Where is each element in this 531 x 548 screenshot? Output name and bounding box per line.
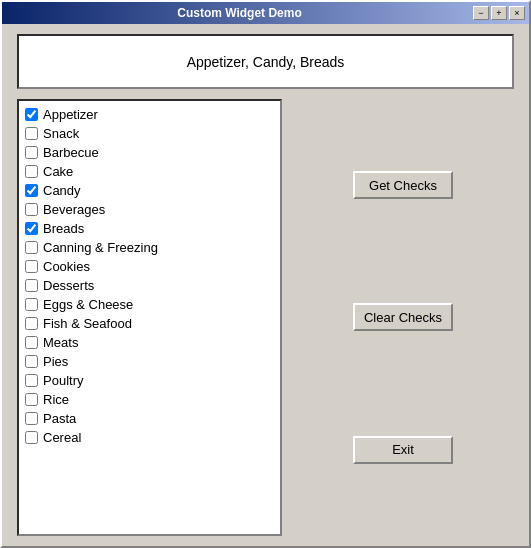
display-box: Appetizer, Candy, Breads [17, 34, 514, 89]
window-content: Appetizer, Candy, Breads AppetizerSnackB… [2, 24, 529, 546]
checkbox-input[interactable] [25, 184, 38, 197]
checkbox-label: Breads [43, 221, 84, 236]
list-item[interactable]: Eggs & Cheese [21, 295, 278, 314]
checkbox-label: Pies [43, 354, 68, 369]
list-item[interactable]: Rice [21, 390, 278, 409]
checkbox-input[interactable] [25, 108, 38, 121]
list-item[interactable]: Beverages [21, 200, 278, 219]
checkbox-label: Appetizer [43, 107, 98, 122]
checkbox-label: Meats [43, 335, 78, 350]
get-checks-button[interactable]: Get Checks [353, 171, 453, 199]
checkbox-input[interactable] [25, 298, 38, 311]
checkbox-input[interactable] [25, 412, 38, 425]
close-button[interactable]: × [509, 6, 525, 20]
checkbox-label: Beverages [43, 202, 105, 217]
checkbox-input[interactable] [25, 222, 38, 235]
checkbox-label: Desserts [43, 278, 94, 293]
list-item[interactable]: Desserts [21, 276, 278, 295]
checkbox-input[interactable] [25, 317, 38, 330]
checkbox-input[interactable] [25, 241, 38, 254]
list-item[interactable]: Canning & Freezing [21, 238, 278, 257]
checkbox-label: Fish & Seafood [43, 316, 132, 331]
minimize-button[interactable]: − [473, 6, 489, 20]
checkbox-label: Cake [43, 164, 73, 179]
main-window: Custom Widget Demo − + × Appetizer, Cand… [0, 0, 531, 548]
maximize-button[interactable]: + [491, 6, 507, 20]
checkbox-label: Canning & Freezing [43, 240, 158, 255]
list-item[interactable]: Fish & Seafood [21, 314, 278, 333]
display-text: Appetizer, Candy, Breads [187, 54, 345, 70]
list-item[interactable]: Appetizer [21, 105, 278, 124]
buttons-panel: Get Checks Clear Checks Exit [292, 99, 514, 536]
title-bar: Custom Widget Demo − + × [2, 2, 529, 24]
title-bar-buttons: − + × [473, 6, 525, 20]
list-item[interactable]: Cookies [21, 257, 278, 276]
checkbox-input[interactable] [25, 355, 38, 368]
checkbox-input[interactable] [25, 146, 38, 159]
list-item[interactable]: Meats [21, 333, 278, 352]
checkbox-input[interactable] [25, 203, 38, 216]
checkbox-label: Pasta [43, 411, 76, 426]
checkbox-input[interactable] [25, 374, 38, 387]
checkbox-label: Rice [43, 392, 69, 407]
checkbox-input[interactable] [25, 260, 38, 273]
checkbox-input[interactable] [25, 165, 38, 178]
checkbox-label: Poultry [43, 373, 83, 388]
list-item[interactable]: Barbecue [21, 143, 278, 162]
list-item[interactable]: Candy [21, 181, 278, 200]
exit-button[interactable]: Exit [353, 436, 453, 464]
checkbox-label: Barbecue [43, 145, 99, 160]
list-item[interactable]: Breads [21, 219, 278, 238]
checkbox-label: Snack [43, 126, 79, 141]
list-item[interactable]: Pasta [21, 409, 278, 428]
checkbox-label: Cookies [43, 259, 90, 274]
checkbox-input[interactable] [25, 431, 38, 444]
list-item[interactable]: Poultry [21, 371, 278, 390]
list-item[interactable]: Cereal [21, 428, 278, 447]
list-item[interactable]: Snack [21, 124, 278, 143]
checkbox-label: Eggs & Cheese [43, 297, 133, 312]
checkbox-label: Candy [43, 183, 81, 198]
checkbox-label: Cereal [43, 430, 81, 445]
clear-checks-button[interactable]: Clear Checks [353, 303, 453, 331]
checkbox-input[interactable] [25, 127, 38, 140]
main-area: AppetizerSnackBarbecueCakeCandyBeverages… [17, 99, 514, 536]
checkbox-input[interactable] [25, 393, 38, 406]
list-item[interactable]: Pies [21, 352, 278, 371]
checkbox-input[interactable] [25, 336, 38, 349]
list-scroll[interactable]: AppetizerSnackBarbecueCakeCandyBeverages… [19, 101, 280, 534]
checkbox-input[interactable] [25, 279, 38, 292]
window-title: Custom Widget Demo [6, 6, 473, 20]
list-container: AppetizerSnackBarbecueCakeCandyBeverages… [17, 99, 282, 536]
list-item[interactable]: Cake [21, 162, 278, 181]
